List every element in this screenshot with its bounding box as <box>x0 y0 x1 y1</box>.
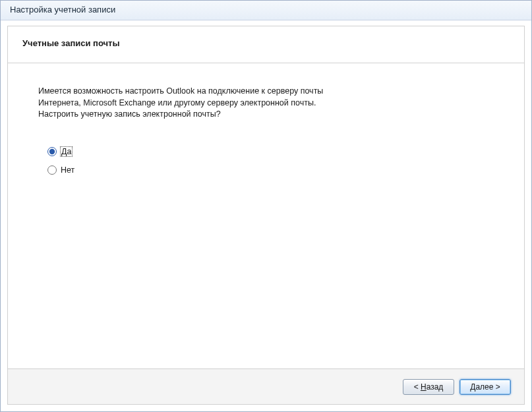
radio-group-configure: Да Нет <box>38 147 494 175</box>
description-line-2: Интернета, Microsoft Exchange или другом… <box>38 98 316 107</box>
description-line-3: Настроить учетную запись электронной поч… <box>38 109 221 119</box>
footer-section: < Назад Далее > <box>8 368 524 404</box>
window-title: Настройка учетной записи <box>10 5 115 15</box>
radio-yes-input[interactable] <box>47 147 57 156</box>
next-button-label: Далее > <box>470 382 500 392</box>
description-line-1: Имеется возможность настроить Outlook на… <box>38 86 323 96</box>
back-button-label: < Назад <box>414 382 444 392</box>
description-text: Имеется возможность настроить Outlook на… <box>38 86 494 121</box>
body-section: Имеется возможность настроить Outlook на… <box>8 63 524 206</box>
titlebar: Настройка учетной записи <box>1 1 531 20</box>
radio-yes-label: Да <box>61 147 72 156</box>
content-frame: Учетные записи почты Имеется возможность… <box>7 26 525 405</box>
page-title: Учетные записи почты <box>22 38 510 48</box>
radio-yes[interactable]: Да <box>47 147 494 156</box>
radio-no-input[interactable] <box>47 165 57 175</box>
wizard-window: Настройка учетной записи Учетные записи … <box>0 0 532 412</box>
radio-no[interactable]: Нет <box>47 165 494 175</box>
back-button[interactable]: < Назад <box>403 379 454 395</box>
next-button[interactable]: Далее > <box>459 379 511 395</box>
radio-no-label: Нет <box>61 165 74 175</box>
header-section: Учетные записи почты <box>8 26 524 63</box>
